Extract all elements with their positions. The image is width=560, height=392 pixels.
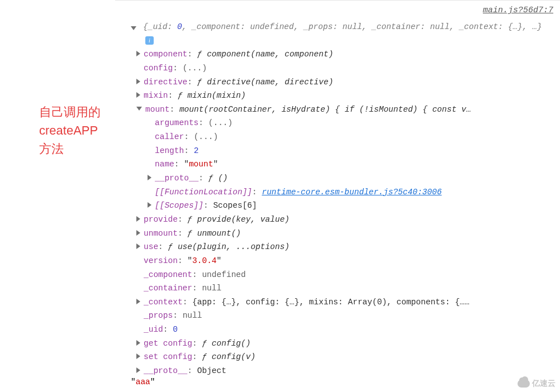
expand-toggle-icon[interactable] — [148, 202, 151, 208]
expand-toggle-icon[interactable] — [136, 299, 140, 304]
side-annotation: 自己调用的 createAPP 方法 — [39, 103, 108, 158]
property-row[interactable]: provide: ƒ provide(key, value) — [136, 213, 553, 227]
property-row[interactable]: component: ƒ component(name, component) — [136, 47, 553, 61]
cloud-icon — [518, 380, 530, 388]
watermark: 亿速云 — [518, 379, 556, 389]
property-row[interactable]: config: (...) — [136, 61, 553, 75]
info-icon[interactable]: i — [145, 36, 154, 45]
property-row[interactable]: _container: null — [136, 281, 553, 295]
property-row[interactable]: set config: ƒ config(v) — [136, 350, 553, 364]
expand-toggle-icon[interactable] — [136, 107, 142, 111]
expand-toggle-icon[interactable] — [136, 340, 140, 346]
property-row[interactable]: directive: ƒ directive(name, directive) — [136, 75, 553, 89]
property-row-mount[interactable]: mount: mount(rootContainer, isHydrate) {… — [136, 103, 553, 117]
property-row[interactable]: arguments: (...) — [148, 116, 553, 130]
expand-toggle-icon[interactable] — [136, 353, 140, 359]
property-row[interactable]: __proto__: ƒ () — [148, 171, 553, 185]
object-summary[interactable]: {_uid: 0, _component: undefined, _props:… — [143, 20, 553, 47]
expand-toggle-icon[interactable] — [131, 26, 136, 30]
property-row[interactable]: use: ƒ use(plugin, ...options) — [136, 240, 553, 254]
property-row[interactable]: [[FunctionLocation]]: runtime-core.esm-b… — [148, 185, 553, 199]
expand-toggle-icon[interactable] — [136, 367, 140, 373]
function-location-link[interactable]: runtime-core.esm-bundler.js?5c40:3006 — [262, 185, 442, 199]
property-row[interactable]: [[Scopes]]: Scopes[6] — [148, 199, 553, 213]
expand-toggle-icon[interactable] — [136, 51, 140, 56]
property-row[interactable]: _component: undefined — [136, 268, 553, 282]
property-row[interactable]: caller: (...) — [148, 130, 553, 144]
annotation-line: createAPP — [39, 121, 108, 140]
expand-toggle-icon[interactable] — [136, 92, 140, 98]
source-link[interactable]: main.js?56d7:7 — [483, 6, 553, 15]
property-row[interactable]: get config: ƒ config() — [136, 337, 553, 351]
expand-toggle-icon[interactable] — [148, 175, 151, 180]
expand-toggle-icon[interactable] — [136, 216, 140, 222]
panel-top-border — [115, 0, 560, 1]
property-row[interactable]: _uid: 0 — [136, 323, 553, 337]
property-row[interactable]: __proto__: Object — [136, 364, 553, 378]
annotation-line: 自己调用的 — [39, 103, 108, 121]
property-row[interactable]: _props: null — [136, 309, 553, 323]
expand-toggle-icon[interactable] — [136, 79, 140, 84]
console-string-output: "aaa" — [131, 377, 155, 386]
annotation-line: 方法 — [39, 140, 108, 158]
property-row[interactable]: length: 2 — [148, 144, 553, 158]
property-row[interactable]: unmount: ƒ unmount() — [136, 227, 553, 241]
expand-toggle-icon[interactable] — [136, 243, 140, 249]
property-row[interactable]: _context: {app: {…}, config: {…}, mixins… — [136, 295, 553, 309]
property-row[interactable]: mixin: ƒ mixin(mixin) — [136, 89, 553, 103]
property-row[interactable]: version: "3.0.4" — [136, 254, 553, 268]
console-object-tree: {_uid: 0, _component: undefined, _props:… — [125, 20, 553, 378]
property-row[interactable]: name: "mount" — [148, 157, 553, 171]
expand-toggle-icon[interactable] — [136, 230, 140, 236]
